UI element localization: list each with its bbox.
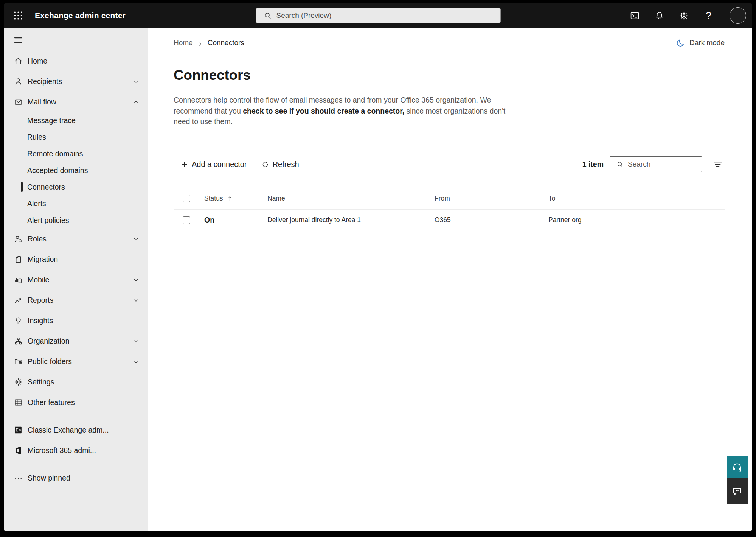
sidebar-item-organization[interactable]: Organization [4,331,148,351]
column-header-to[interactable]: To [548,195,725,202]
refresh-button[interactable]: Refresh [260,158,301,171]
sidebar-item-message-trace[interactable]: Message trace [4,112,148,129]
sidebar-item-accepted-domains[interactable]: Accepted domains [4,162,148,179]
chevron-down-icon[interactable] [132,276,140,284]
sidebar-item-label: Rules [27,133,46,142]
settings-button[interactable] [679,11,689,21]
chevron-down-icon[interactable] [132,296,140,305]
mobile-icon [14,275,23,285]
row-name: Deliver journal directly to Area 1 [267,216,435,224]
filter-icon [713,165,723,171]
feedback-button[interactable] [727,478,748,504]
sidebar-item-migration[interactable]: Migration [4,249,148,269]
waffle-icon [13,16,23,22]
sidebar-item-alerts[interactable]: Alerts [4,195,148,212]
reports-icon [14,296,23,305]
sidebar-item-label: Mobile [28,276,49,284]
help-icon: ? [703,11,714,21]
chevron-down-icon[interactable] [132,77,140,86]
app-launcher-button[interactable] [10,7,26,24]
chevron-down-icon[interactable] [132,357,140,366]
refresh-label: Refresh [273,160,299,169]
column-header-from[interactable]: From [435,195,548,202]
add-connector-button[interactable]: Add a connector [179,158,248,171]
sidebar-item-label: Insights [28,316,53,325]
sidebar-item-label: Other features [28,398,75,407]
help-button[interactable]: ? [703,11,714,21]
chevron-up-icon[interactable] [132,98,140,106]
roles-icon [14,234,23,244]
chevron-down-icon[interactable] [132,337,140,346]
sidebar-item-label: Recipients [28,77,62,86]
page-title: Connectors [174,67,725,83]
chevron-down-icon[interactable] [132,235,140,243]
sort-ascending-icon [227,195,233,202]
terminal-icon [630,16,640,22]
column-header-name[interactable]: Name [267,195,435,202]
refresh-icon [261,160,269,168]
dark-mode-label: Dark mode [689,39,725,47]
table-body: OnDeliver journal directly to Area 1O365… [174,210,725,231]
sidebar-item-classic-exchange-adm[interactable]: Classic Exchange adm... [4,420,148,440]
sidebar-item-label: Alert policies [27,216,69,225]
list-search-input[interactable] [628,160,698,168]
sidebar-item-roles[interactable]: Roles [4,229,148,249]
select-all-checkbox[interactable] [183,195,190,202]
sidebar-item-label: Migration [28,255,58,264]
sidebar-item-label: Show pinned [28,474,70,483]
search-icon [616,160,624,168]
sidebar-divider [12,416,140,416]
sidebar-item-rules[interactable]: Rules [4,129,148,145]
sidebar-item-label: Home [28,57,47,65]
settings-icon [14,377,23,387]
sidebar-nav: HomeRecipientsMail flowMessage traceRule… [4,51,148,488]
column-header-status[interactable]: Status [204,195,223,202]
sidebar-item-other-features[interactable]: Other features [4,392,148,412]
breadcrumb-current: Connectors [208,39,244,47]
sidebar-item-recipients[interactable]: Recipients [4,71,148,92]
sidebar-item-label: Settings [28,378,54,386]
topbar: Exchange admin center ? [4,3,752,28]
add-connector-label: Add a connector [192,160,247,169]
notifications-button[interactable] [654,11,664,21]
headset-icon [731,462,743,473]
plus-icon [180,160,188,168]
search-icon [264,11,272,20]
row-checkbox[interactable] [183,216,190,224]
avatar[interactable] [730,7,746,24]
collapse-nav-button[interactable] [11,33,26,48]
organization-icon [14,336,23,346]
sidebar-item-connectors[interactable]: Connectors [4,179,148,195]
powershell-button[interactable] [630,11,640,21]
sidebar-item-mobile[interactable]: Mobile [4,269,148,290]
sidebar-item-alert-policies[interactable]: Alert policies [4,212,148,229]
sidebar-item-settings[interactable]: Settings [4,372,148,392]
dark-mode-toggle[interactable]: Dark mode [676,38,725,48]
sidebar-item-public-folders[interactable]: Public folders [4,351,148,372]
moon-icon [676,38,685,48]
filter-button[interactable] [711,157,725,171]
breadcrumb-home-link[interactable]: Home [174,39,193,47]
sidebar-item-label: Mail flow [28,98,56,106]
sidebar-item-show-pinned[interactable]: Show pinned [4,468,148,488]
sidebar-item-reports[interactable]: Reports [4,290,148,310]
sidebar-item-remote-domains[interactable]: Remote domains [4,145,148,162]
sidebar-item-mail-flow[interactable]: Mail flow [4,92,148,112]
insights-icon [14,316,23,325]
sidebar-item-label: Organization [28,337,70,346]
sidebar-item-home[interactable]: Home [4,51,148,71]
chevron-right-icon [197,40,203,46]
global-search-input[interactable] [276,11,496,20]
recipients-icon [14,77,23,86]
row-to: Partner org [548,216,725,224]
description-emphasis: check to see if you should create a conn… [243,107,404,115]
sidebar-item-label: Remote domains [27,149,83,158]
sidebar-item-insights[interactable]: Insights [4,310,148,331]
sidebar-item-label: Public folders [28,357,72,366]
sidebar-item-microsoft-365-admi[interactable]: Microsoft 365 admi... [4,440,148,461]
support-button[interactable] [727,456,748,478]
item-count: 1 item [582,160,604,169]
hamburger-icon [13,40,23,46]
app-window: Exchange admin center ? HomeRecipientsMa… [0,0,756,537]
table-row[interactable]: OnDeliver journal directly to Area 1O365… [174,210,725,231]
